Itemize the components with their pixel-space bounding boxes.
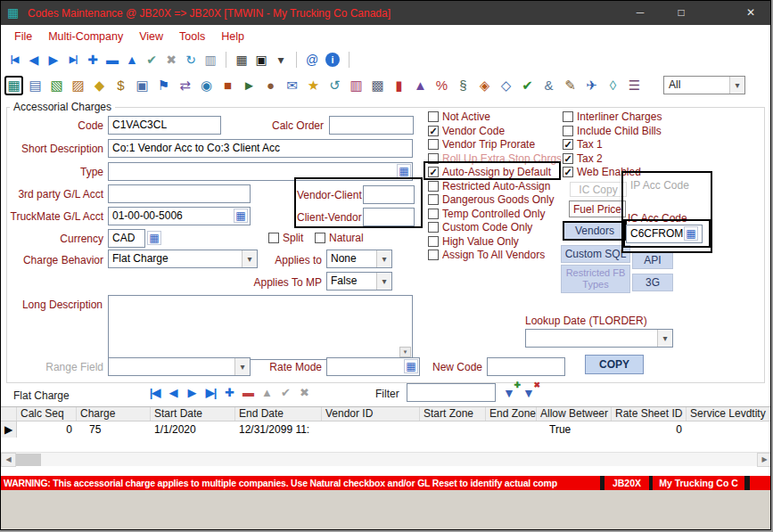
checkbox-include-child-bills-box[interactable] <box>563 126 573 136</box>
short-description-input[interactable]: Co:1 Vendor Acc to Co:3 Client Acc <box>108 139 413 158</box>
tax-icon[interactable]: § <box>454 76 473 95</box>
notes-icon[interactable]: ▤ <box>26 76 45 95</box>
scrollbar-thumb[interactable] <box>16 454 41 466</box>
money-icon[interactable]: $ <box>111 76 130 95</box>
truckmate-gl-input[interactable]: 01-00-00-5006 <box>108 207 251 225</box>
column-header-vendor-id[interactable]: Vendor ID <box>322 407 420 421</box>
calendar-icon[interactable]: ▩ <box>368 76 387 95</box>
currency-input[interactable]: CAD <box>108 229 145 248</box>
applies-to-select[interactable]: None ▾ <box>326 250 392 268</box>
checkbox-interliner-charges[interactable]: Interliner Charges <box>563 110 662 123</box>
menu-multi-company[interactable]: Multi-Company <box>40 28 131 45</box>
checkbox-not-active-box[interactable] <box>428 111 439 122</box>
history-icon[interactable]: ↺ <box>325 76 344 95</box>
checkbox-high-value-only[interactable]: High Value Only <box>428 235 519 248</box>
ledger-icon[interactable]: ▨ <box>69 76 87 95</box>
client-vendor-input[interactable] <box>363 208 415 226</box>
checkbox-restricted-auto-assign[interactable]: Restricted Auto-Assign <box>428 180 550 192</box>
checkbox-not-active[interactable]: Not Active <box>428 110 490 123</box>
fuel-price-button[interactable]: Fuel Price <box>569 201 626 217</box>
code-input[interactable]: C1VAC3CL <box>108 116 221 135</box>
first-record-icon[interactable]: |◀ <box>5 51 23 69</box>
checkbox-vendor-trip-prorate-box[interactable] <box>428 139 439 150</box>
checkbox-temp-controlled-only-box[interactable] <box>428 209 439 219</box>
ic-copy-button[interactable]: IC Copy <box>570 182 627 197</box>
column-header-service-levdtity[interactable]: Service Levdtity <box>687 407 771 421</box>
column-header-end-date[interactable]: End Date <box>235 407 322 421</box>
filter-clear-icon[interactable]: ▼✖ <box>520 384 538 402</box>
checkbox-vendor-trip-prorate[interactable]: Vendor Trip Prorate <box>428 138 535 151</box>
driver-icon[interactable]: ● <box>261 76 280 95</box>
scope-select[interactable]: All ▾ <box>663 76 745 94</box>
checkbox-tax-1[interactable]: ✓Tax 1 <box>563 138 603 151</box>
star-icon[interactable]: ★ <box>304 76 323 95</box>
calc-order-input[interactable] <box>329 116 414 135</box>
chevron-down-icon[interactable]: ▾ <box>729 77 744 94</box>
charge-behavior-select[interactable]: Flat Charge ▾ <box>108 250 258 268</box>
checkbox-split[interactable]: Split <box>268 232 303 244</box>
checkbox-vendor-code[interactable]: ✓Vendor Code <box>428 125 505 137</box>
column-header-start-zone[interactable]: Start Zone <box>420 407 486 421</box>
copy-button[interactable]: COPY <box>585 355 644 374</box>
maximize-button[interactable]: □ <box>670 1 693 25</box>
pin-icon[interactable]: ◈ <box>475 76 494 95</box>
column-header-calc-seq[interactable]: Calc Seq <box>17 407 77 421</box>
last-record-icon[interactable]: ▶| <box>64 51 82 69</box>
third-party-gl-input[interactable] <box>108 184 251 203</box>
checkbox-web-enabled-box[interactable]: ✓ <box>563 167 573 177</box>
custom-sql-button[interactable]: Custom SQL <box>561 245 630 263</box>
fc-delete-icon[interactable]: ▬ <box>240 383 257 401</box>
horizontal-scrollbar[interactable]: ◀ ▶ <box>1 452 771 466</box>
chevron-down-icon[interactable]: ▾ <box>657 330 672 347</box>
calculator-icon[interactable]: ▦ <box>233 51 251 69</box>
fc-prior-icon[interactable]: ◀ <box>165 383 182 401</box>
menu-tools[interactable]: Tools <box>171 28 213 45</box>
range-field-select[interactable]: ▾ <box>108 357 251 376</box>
currency-lookup-icon[interactable]: ▦ <box>147 231 161 245</box>
checkbox-temp-controlled-only[interactable]: Temp Controlled Only <box>428 208 545 220</box>
ic-acc-code-lookup-icon[interactable]: ▦ <box>684 226 698 241</box>
audit-icon[interactable]: ▧ <box>47 76 66 95</box>
api-button[interactable]: API <box>632 251 673 269</box>
flag-icon[interactable]: ⚑ <box>154 76 173 95</box>
checkbox-auto-assign-by-default-box[interactable]: ✓ <box>428 167 439 177</box>
menu-codes-icon[interactable]: ☰ <box>625 76 644 95</box>
percent-icon[interactable]: % <box>432 76 451 95</box>
chevron-down-icon[interactable]: ▾ <box>376 250 391 267</box>
refresh-icon[interactable]: ↻ <box>182 51 200 69</box>
fc-edit-icon[interactable]: ▲ <box>259 383 275 401</box>
scale-icon[interactable]: ▲ <box>411 76 430 95</box>
vendor-client-input[interactable] <box>363 185 415 204</box>
edit-record-icon[interactable]: ▲ <box>123 51 141 69</box>
column-header-allow-betweer[interactable]: Allow Betweer <box>537 407 612 421</box>
long-description-input[interactable] <box>108 295 413 360</box>
checkbox-roll-up-extra-stop-chrgs[interactable]: Roll Up Extra Stop Chrgs <box>428 152 562 165</box>
applies-to-mp-select[interactable]: False ▾ <box>326 272 392 291</box>
fc-first-icon[interactable]: |◀ <box>146 383 163 401</box>
menu-file[interactable]: File <box>6 28 40 45</box>
route-icon[interactable]: ► <box>240 76 259 95</box>
row-selector[interactable]: ▶ <box>1 422 17 438</box>
checkbox-tax-2[interactable]: ✓Tax 2 <box>563 152 603 165</box>
fc-last-icon[interactable]: ▶| <box>202 383 219 401</box>
fc-post-icon[interactable]: ✔ <box>277 383 294 401</box>
scroll-left-icon[interactable]: ◀ <box>1 453 16 467</box>
plane-icon[interactable]: ✈ <box>582 76 601 95</box>
checkbox-split-box[interactable] <box>268 233 279 243</box>
stamp-icon[interactable]: ▥ <box>201 51 219 69</box>
checkbox-include-child-bills[interactable]: Include Child Bills <box>563 125 662 137</box>
checkbox-assign-to-all-vendors-box[interactable] <box>428 250 439 260</box>
edit-codes-icon[interactable]: ✎ <box>561 76 580 95</box>
menu-view[interactable]: View <box>131 28 171 45</box>
check-codes-icon[interactable]: ✔ <box>518 76 537 95</box>
column-header-start-date[interactable]: Start Date <box>151 407 235 421</box>
chevron-down-icon[interactable]: ▾ <box>376 273 391 290</box>
insert-record-icon[interactable]: ✚ <box>84 51 102 69</box>
zone-icon[interactable]: ◇ <box>497 76 515 95</box>
type-input[interactable] <box>108 162 413 181</box>
close-button[interactable]: ✕ <box>739 1 762 25</box>
checkbox-tax-2-box[interactable]: ✓ <box>563 153 573 164</box>
chevron-down-icon[interactable]: ▾ <box>242 250 257 267</box>
fc-next-icon[interactable]: ▶ <box>184 383 201 401</box>
globe-icon[interactable]: ◉ <box>197 76 216 95</box>
